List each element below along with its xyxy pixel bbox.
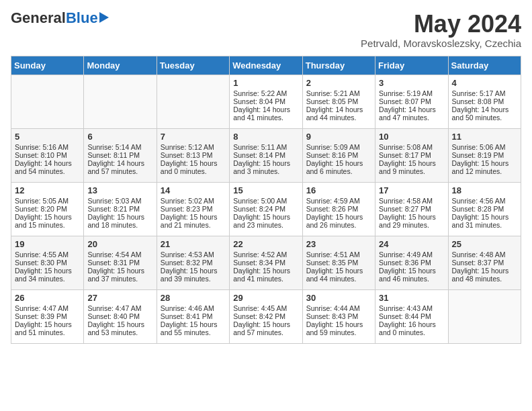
day-info: Daylight: 15 hours and 26 minutes. — [306, 213, 371, 229]
day-info: Daylight: 15 hours and 55 minutes. — [161, 320, 226, 336]
day-info: Sunset: 8:31 PM — [87, 259, 152, 267]
day-info: Daylight: 15 hours and 48 minutes. — [452, 267, 517, 283]
day-number: 9 — [306, 132, 371, 142]
calendar-cell: 14Sunrise: 5:02 AMSunset: 8:23 PMDayligh… — [157, 182, 229, 236]
day-info: Daylight: 14 hours and 44 minutes. — [306, 105, 371, 122]
calendar-cell: 8Sunrise: 5:11 AMSunset: 8:14 PMDaylight… — [230, 128, 302, 182]
day-info: Daylight: 15 hours and 29 minutes. — [379, 213, 444, 229]
day-info: Sunset: 8:36 PM — [379, 259, 444, 267]
calendar-cell: 13Sunrise: 5:03 AMSunset: 8:21 PMDayligh… — [84, 182, 157, 236]
week-row-5: 26Sunrise: 4:47 AMSunset: 8:39 PMDayligh… — [11, 289, 521, 343]
day-info: Sunset: 8:30 PM — [15, 259, 80, 267]
calendar-cell: 24Sunrise: 4:49 AMSunset: 8:36 PMDayligh… — [375, 236, 448, 289]
day-info: Sunrise: 4:43 AM — [379, 304, 444, 312]
day-info: Sunrise: 4:46 AM — [161, 304, 226, 312]
day-info: Sunrise: 5:17 AM — [452, 89, 517, 97]
day-info: Sunrise: 4:45 AM — [233, 304, 298, 312]
day-info: Sunset: 8:40 PM — [87, 312, 152, 320]
day-header-saturday: Saturday — [448, 56, 521, 75]
day-info: Sunset: 8:04 PM — [233, 97, 298, 105]
day-info: Sunset: 8:28 PM — [452, 205, 517, 213]
day-info: Sunrise: 5:06 AM — [452, 143, 517, 151]
day-info: Daylight: 15 hours and 3 minutes. — [233, 159, 298, 175]
day-info: Sunrise: 5:08 AM — [379, 143, 444, 151]
day-info: Daylight: 15 hours and 51 minutes. — [15, 320, 80, 336]
day-info: Daylight: 15 hours and 46 minutes. — [379, 267, 444, 283]
day-number: 4 — [452, 78, 517, 88]
day-info: Sunrise: 4:56 AM — [452, 197, 517, 205]
calendar-cell — [84, 75, 157, 128]
calendar-cell: 5Sunrise: 5:16 AMSunset: 8:10 PMDaylight… — [11, 128, 84, 182]
day-number: 15 — [233, 185, 298, 195]
calendar-cell: 17Sunrise: 4:58 AMSunset: 8:27 PMDayligh… — [375, 182, 448, 236]
day-info: Sunrise: 5:14 AM — [87, 143, 152, 151]
day-number: 11 — [452, 132, 517, 142]
day-info: Sunrise: 5:12 AM — [161, 143, 226, 151]
calendar-cell: 20Sunrise: 4:54 AMSunset: 8:31 PMDayligh… — [84, 236, 157, 289]
page-header: General Blue May 2024 Petrvald, Moravsko… — [11, 11, 521, 49]
day-info: Daylight: 14 hours and 50 minutes. — [452, 105, 517, 122]
day-info: Daylight: 15 hours and 34 minutes. — [15, 267, 80, 283]
day-number: 27 — [87, 293, 152, 303]
day-info: Sunrise: 4:59 AM — [306, 197, 371, 205]
day-header-sunday: Sunday — [11, 56, 84, 75]
day-info: Sunset: 8:11 PM — [87, 151, 152, 159]
calendar-cell — [448, 289, 521, 343]
day-info: Daylight: 15 hours and 41 minutes. — [233, 267, 298, 283]
day-info: Sunset: 8:21 PM — [87, 205, 152, 213]
logo-arrow-icon — [99, 12, 109, 23]
day-info: Sunrise: 5:00 AM — [233, 197, 298, 205]
week-row-2: 5Sunrise: 5:16 AMSunset: 8:10 PMDaylight… — [11, 128, 521, 182]
calendar-cell: 1Sunrise: 5:22 AMSunset: 8:04 PMDaylight… — [230, 75, 302, 128]
month-title: May 2024 — [361, 11, 521, 38]
day-info: Sunset: 8:26 PM — [306, 205, 371, 213]
day-info: Sunrise: 5:11 AM — [233, 143, 298, 151]
day-number: 22 — [233, 239, 298, 249]
calendar-cell: 29Sunrise: 4:45 AMSunset: 8:42 PMDayligh… — [230, 289, 302, 343]
logo-general-text: General — [11, 11, 66, 26]
day-number: 24 — [379, 239, 444, 249]
day-number: 7 — [161, 132, 226, 142]
calendar-cell: 23Sunrise: 4:51 AMSunset: 8:35 PMDayligh… — [302, 236, 375, 289]
calendar-cell: 30Sunrise: 4:44 AMSunset: 8:43 PMDayligh… — [302, 289, 375, 343]
day-info: Daylight: 15 hours and 53 minutes. — [87, 320, 152, 336]
day-info: Sunset: 8:35 PM — [306, 259, 371, 267]
day-info: Sunrise: 5:05 AM — [15, 197, 80, 205]
day-info: Daylight: 14 hours and 41 minutes. — [233, 105, 298, 122]
day-info: Daylight: 15 hours and 57 minutes. — [233, 320, 298, 336]
day-info: Sunrise: 4:53 AM — [161, 250, 226, 259]
day-info: Sunrise: 4:44 AM — [306, 304, 371, 312]
day-number: 31 — [379, 293, 444, 303]
calendar-cell: 19Sunrise: 4:55 AMSunset: 8:30 PMDayligh… — [11, 236, 84, 289]
day-info: Sunset: 8:13 PM — [161, 151, 226, 159]
day-info: Sunset: 8:43 PM — [306, 312, 371, 320]
day-info: Sunset: 8:20 PM — [15, 205, 80, 213]
calendar-cell: 6Sunrise: 5:14 AMSunset: 8:11 PMDaylight… — [84, 128, 157, 182]
day-number: 13 — [87, 185, 152, 195]
day-number: 21 — [161, 239, 226, 249]
day-number: 26 — [15, 293, 80, 303]
day-info: Daylight: 15 hours and 0 minutes. — [161, 159, 226, 175]
day-number: 6 — [87, 132, 152, 142]
calendar-cell: 27Sunrise: 4:47 AMSunset: 8:40 PMDayligh… — [84, 289, 157, 343]
day-info: Daylight: 15 hours and 6 minutes. — [306, 159, 371, 175]
day-info: Sunrise: 4:48 AM — [452, 250, 517, 259]
day-info: Sunrise: 5:16 AM — [15, 143, 80, 151]
calendar-cell: 2Sunrise: 5:21 AMSunset: 8:05 PMDaylight… — [302, 75, 375, 128]
day-info: Daylight: 15 hours and 39 minutes. — [161, 267, 226, 283]
day-info: Daylight: 15 hours and 44 minutes. — [306, 267, 371, 283]
calendar-cell: 21Sunrise: 4:53 AMSunset: 8:32 PMDayligh… — [157, 236, 229, 289]
day-number: 25 — [452, 239, 517, 249]
calendar-cell: 26Sunrise: 4:47 AMSunset: 8:39 PMDayligh… — [11, 289, 84, 343]
day-info: Sunset: 8:39 PM — [15, 312, 80, 320]
day-number: 16 — [306, 185, 371, 195]
day-info: Sunrise: 5:21 AM — [306, 89, 371, 97]
day-info: Sunset: 8:19 PM — [452, 151, 517, 159]
day-info: Sunset: 8:44 PM — [379, 312, 444, 320]
logo: General Blue — [11, 11, 109, 26]
day-number: 19 — [15, 239, 80, 249]
day-info: Sunrise: 4:55 AM — [15, 250, 80, 259]
day-info: Daylight: 15 hours and 12 minutes. — [452, 159, 517, 175]
calendar-cell: 15Sunrise: 5:00 AMSunset: 8:24 PMDayligh… — [230, 182, 302, 236]
day-info: Sunset: 8:34 PM — [233, 259, 298, 267]
